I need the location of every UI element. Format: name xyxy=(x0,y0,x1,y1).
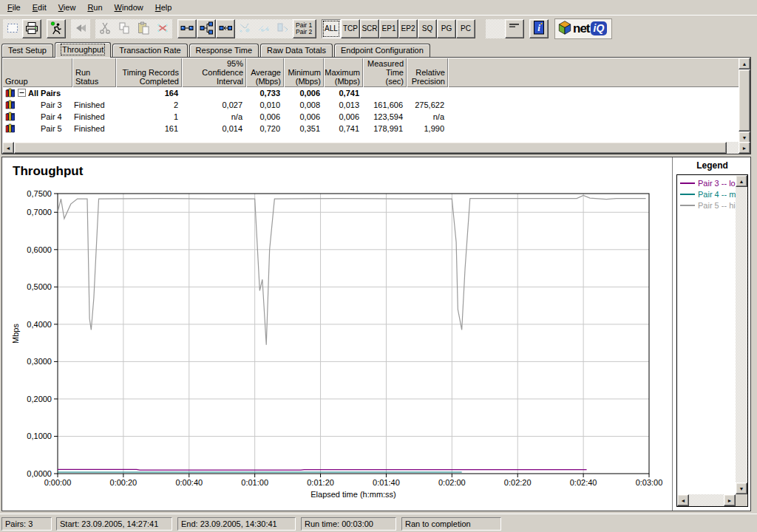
legend-vertical-scrollbar[interactable]: ▲ ▼ xyxy=(736,175,747,494)
svg-text:0:00:20: 0:00:20 xyxy=(110,478,138,487)
filter-scr-button[interactable]: SCR xyxy=(360,19,379,38)
col-relative-precision: Relative Precision xyxy=(407,58,448,87)
status-end-time: End: 23.09.2005, 14:30:41 xyxy=(177,517,296,531)
report-columns-button[interactable] xyxy=(505,19,524,38)
rewind-button[interactable] xyxy=(71,19,90,38)
run-test-icon xyxy=(49,21,64,37)
edit-pair-button[interactable] xyxy=(216,19,235,38)
col-filler xyxy=(448,58,750,87)
svg-text:0,4000: 0,4000 xyxy=(27,320,52,329)
col-average: Average (Mbps) xyxy=(246,58,284,87)
svg-text:0,3000: 0,3000 xyxy=(27,357,52,366)
paste-icon xyxy=(136,21,151,37)
tab-test-setup[interactable]: Test Setup xyxy=(1,44,53,57)
replicate-pair-button[interactable] xyxy=(235,19,254,38)
filter-sq-button[interactable]: SQ xyxy=(418,19,437,38)
legend-title: Legend xyxy=(673,160,751,171)
scroll-down-icon[interactable]: ▼ xyxy=(736,482,747,494)
add-multi-pair-button[interactable] xyxy=(197,19,216,38)
svg-text:0:01:40: 0:01:40 xyxy=(373,478,400,487)
scroll-right-icon[interactable]: ► xyxy=(739,142,750,154)
add-pair-icon xyxy=(180,21,194,37)
cut-icon xyxy=(98,21,112,37)
filter-pg-button[interactable]: PG xyxy=(437,19,456,38)
svg-text:0:00:40: 0:00:40 xyxy=(175,478,203,487)
legend-line-swatch xyxy=(680,205,695,206)
svg-text:0,5000: 0,5000 xyxy=(27,282,52,291)
table-row-pair-5[interactable]: Pair 5 Finished 161 0,014 0,720 0,351 0,… xyxy=(2,123,750,134)
menu-file[interactable]: File xyxy=(1,1,27,13)
svg-text:0,1000: 0,1000 xyxy=(27,432,52,440)
col-maximum: Maximum (Mbps) xyxy=(324,58,363,87)
new-test-icon xyxy=(5,21,20,37)
pair-button-line2: Pair 2 xyxy=(296,29,316,35)
table-row-pair-4[interactable]: Pair 4 Finished 1 n/a 0,006 0,006 0,006 … xyxy=(2,111,750,123)
tab-throughput[interactable]: Throughput xyxy=(55,42,111,58)
menu-window[interactable]: Window xyxy=(109,1,149,13)
filter-tcp-button[interactable]: TCP xyxy=(341,19,360,38)
bar-chart-icon xyxy=(5,112,16,123)
legend-box: Pair 3 -- lo Pair 4 -- med Pair 5 -- hi … xyxy=(676,174,748,507)
pair-reorder-button[interactable]: Pair 1 Pair 2 xyxy=(293,19,316,38)
copy-button[interactable] xyxy=(115,19,134,38)
menu-view[interactable]: View xyxy=(52,1,82,13)
print-icon xyxy=(24,21,39,37)
col-group: Group xyxy=(2,58,72,87)
bar-chart-icon xyxy=(5,100,16,111)
paste-button[interactable] xyxy=(134,19,153,38)
filter-ep1-button[interactable]: EP1 xyxy=(379,19,398,38)
status-run-time: Run time: 00:03:00 xyxy=(301,517,396,531)
filter-ep2-button[interactable]: EP2 xyxy=(398,19,418,38)
scroll-up-icon[interactable]: ▲ xyxy=(739,58,750,69)
disconnect-button[interactable] xyxy=(274,19,293,38)
tab-response-time[interactable]: Response Time xyxy=(189,44,259,57)
filter-pc-button[interactable]: PC xyxy=(456,19,475,38)
status-pairs: Pairs: 3 xyxy=(1,517,52,531)
chariot-application-window: { "menu": { "items": ["File", "Edit", "V… xyxy=(0,0,757,532)
svg-text:0:02:20: 0:02:20 xyxy=(504,478,532,487)
svg-text:0:02:40: 0:02:40 xyxy=(570,478,597,487)
table-header: Group Run Status Timing Records Complete… xyxy=(2,58,750,87)
filter-all-button[interactable]: ALL xyxy=(322,19,341,38)
print-button[interactable] xyxy=(22,19,41,38)
copy-icon xyxy=(117,21,132,37)
new-test-button[interactable] xyxy=(3,19,22,38)
svg-text:0:03:00: 0:03:00 xyxy=(636,478,663,487)
tab-endpoint-configuration[interactable]: Endpoint Configuration xyxy=(334,44,430,57)
scroll-up-icon[interactable]: ▲ xyxy=(736,175,747,187)
svg-text:Mbps: Mbps xyxy=(11,324,20,344)
menu-run[interactable]: Run xyxy=(81,1,108,13)
delete-button[interactable] xyxy=(153,19,172,38)
report-columns-icon xyxy=(507,21,522,37)
table-horizontal-scrollbar[interactable]: ◄ ► xyxy=(2,142,750,154)
scroll-right-icon[interactable]: ► xyxy=(724,494,736,506)
add-pair-button[interactable] xyxy=(177,19,197,38)
tab-raw-data-totals[interactable]: Raw Data Totals xyxy=(260,44,333,57)
menu-help[interactable]: Help xyxy=(149,1,178,13)
scroll-left-icon[interactable]: ◄ xyxy=(677,494,689,506)
status-bar: Pairs: 3 Start: 23.09.2005, 14:27:41 End… xyxy=(0,514,757,532)
tab-transaction-rate[interactable]: Transaction Rate xyxy=(112,44,187,57)
legend-horizontal-scrollbar[interactable]: ◄ ► xyxy=(677,494,736,506)
table-vertical-scrollbar[interactable]: ▲ ▼ xyxy=(739,58,750,143)
disconnect-icon xyxy=(276,21,291,37)
col-confidence: 95% Confidence Interval xyxy=(182,58,246,87)
blank-disabled-button[interactable] xyxy=(486,19,505,38)
svg-text:0:00:00: 0:00:00 xyxy=(44,478,72,487)
svg-text:0,0000: 0,0000 xyxy=(27,469,52,478)
menu-bar: File Edit View Run Window Help xyxy=(0,0,757,15)
menu-edit[interactable]: Edit xyxy=(27,1,52,13)
table-row-pair-3[interactable]: Pair 3 Finished 2 0,027 0,010 0,008 0,01… xyxy=(2,99,750,111)
cut-button[interactable] xyxy=(95,19,115,38)
netiq-logo: net iQ xyxy=(554,18,612,39)
rewind-icon xyxy=(73,21,88,37)
run-test-button[interactable] xyxy=(47,19,66,38)
scroll-left-icon[interactable]: ◄ xyxy=(2,142,14,154)
legend-line-swatch xyxy=(680,183,695,184)
status-completion: Ran to completion xyxy=(401,517,501,531)
swap-endpoints-button[interactable] xyxy=(254,19,274,38)
collapse-expander[interactable] xyxy=(18,89,26,98)
table-row-all-pairs[interactable]: All Pairs 164 0,733 0,006 0,741 xyxy=(2,87,750,99)
info-button[interactable]: i xyxy=(529,19,549,38)
netiq-cube-icon xyxy=(557,20,573,38)
